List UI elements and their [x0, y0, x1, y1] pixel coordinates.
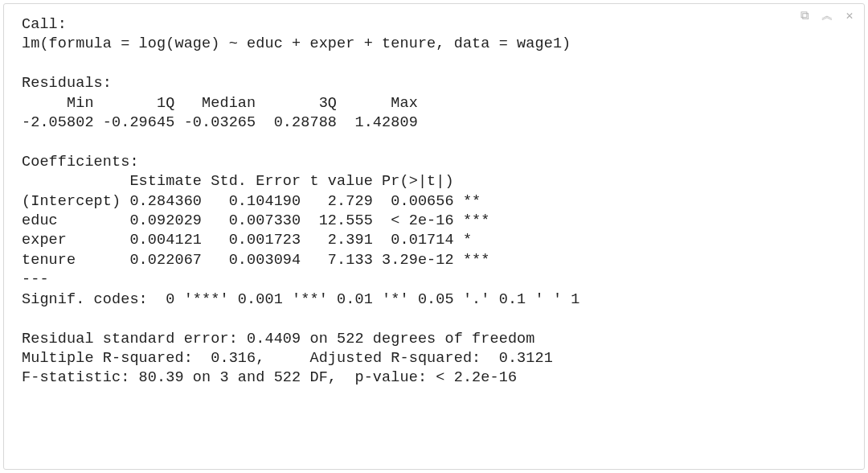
coef-row: (Intercept) 0.284360 0.104190 2.729 0.00… [22, 193, 490, 210]
residuals-columns: Min 1Q Median 3Q Max [22, 95, 427, 112]
r-summary-output: Call: lm(formula = log(wage) ~ educ + ex… [22, 15, 846, 389]
collapse-icon[interactable]: ︽ [821, 10, 833, 23]
copy-icon[interactable]: ⧉ [798, 10, 811, 23]
footer-line: F-statistic: 80.39 on 3 and 522 DF, p-va… [22, 369, 517, 386]
coefficients-header: Coefficients: [22, 154, 139, 171]
footer-line: Multiple R-squared: 0.316, Adjusted R-sq… [22, 350, 562, 367]
call-line: lm(formula = log(wage) ~ educ + exper + … [22, 35, 571, 52]
cell-toolbar: ⧉ ︽ ✕ [798, 10, 856, 23]
coefficients-columns: Estimate Std. Error t value Pr(>|t|) [22, 173, 490, 190]
footer-line: Residual standard error: 0.4409 on 522 d… [22, 331, 535, 348]
close-icon[interactable]: ✕ [843, 10, 856, 23]
residuals-header: Residuals: [22, 75, 112, 92]
call-header: Call: [22, 16, 67, 33]
r-output-cell: ⧉ ︽ ✕ Call: lm(formula = log(wage) ~ edu… [3, 3, 865, 470]
coef-separator: --- [22, 271, 49, 288]
residuals-values: -2.05802 -0.29645 -0.03265 0.28788 1.428… [22, 114, 427, 131]
coef-row: tenure 0.022067 0.003094 7.133 3.29e-12 … [22, 252, 490, 269]
coef-row: educ 0.092029 0.007330 12.555 < 2e-16 **… [22, 212, 490, 229]
signif-codes: Signif. codes: 0 '***' 0.001 '**' 0.01 '… [22, 291, 580, 308]
coef-row: exper 0.004121 0.001723 2.391 0.01714 * [22, 232, 490, 249]
